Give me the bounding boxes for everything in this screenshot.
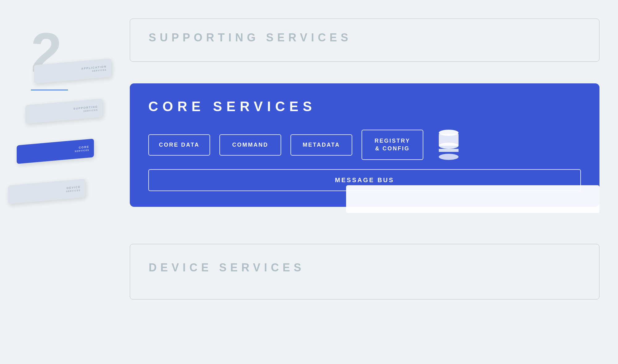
- device-services-section: DEVICE SERVICES: [130, 244, 599, 324]
- core-services-title: CORE SERVICES: [148, 99, 581, 114]
- message-bus-label: MESSAGE BUS: [335, 177, 394, 183]
- page-container: 2 APPLICATIONSERVICES SUPPORTINGSERVICES…: [0, 0, 618, 364]
- supporting-services-title: SUPPORTING SERVICES: [149, 31, 352, 44]
- db-middle-ellipse: [439, 143, 459, 149]
- db-bottom-ellipse: [439, 154, 459, 160]
- stack-layer-application-label: APPLICATIONSERVICES: [81, 65, 107, 73]
- metadata-label: METADATA: [303, 142, 340, 148]
- command-box: COMMAND: [219, 134, 281, 156]
- stack-layer-core-label: CORESERVICES: [75, 145, 89, 153]
- core-data-label: CORE DATA: [159, 142, 199, 148]
- white-overlay-box: [346, 185, 599, 213]
- stack-layer-core: CORESERVICES: [17, 139, 94, 164]
- services-row: CORE DATA COMMAND METADATA REGISTRY& CON…: [148, 130, 581, 160]
- stack-layer-supporting: SUPPORTINGSERVICES: [25, 98, 103, 124]
- supporting-services-section: SUPPORTING SERVICES: [130, 19, 599, 80]
- registry-config-box: REGISTRY& CONFIG: [362, 130, 423, 160]
- device-services-title: DEVICE SERVICES: [149, 261, 305, 274]
- database-icon: [439, 130, 459, 160]
- core-data-box: CORE DATA: [148, 134, 210, 156]
- metadata-box: METADATA: [290, 134, 352, 156]
- db-gap: [439, 149, 459, 152]
- stack-layer-device: DEVICESERVICES: [8, 179, 85, 204]
- stack-layer-supporting-label: SUPPORTINGSERVICES: [73, 105, 98, 114]
- supporting-services-border: SUPPORTING SERVICES: [130, 19, 599, 62]
- device-services-border: DEVICE SERVICES: [130, 244, 599, 299]
- registry-config-label: REGISTRY& CONFIG: [375, 138, 410, 152]
- core-services-section: CORE SERVICES CORE DATA COMMAND METADATA…: [130, 83, 599, 207]
- architecture-stack: APPLICATIONSERVICES SUPPORTINGSERVICES C…: [9, 62, 133, 278]
- stack-layer-application: APPLICATIONSERVICES: [34, 58, 111, 84]
- stack-layer-device-label: DEVICESERVICES: [66, 185, 81, 193]
- command-label: COMMAND: [232, 142, 269, 148]
